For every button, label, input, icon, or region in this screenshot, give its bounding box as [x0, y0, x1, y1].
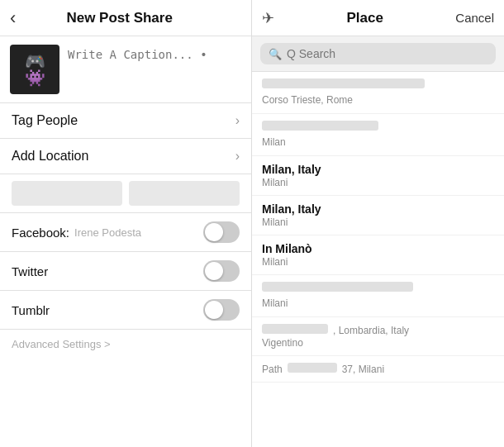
place-sub-text: Milani	[262, 297, 288, 309]
place-sub-text: Corso Trieste, Rome	[262, 94, 353, 106]
search-input[interactable]	[287, 47, 487, 60]
path-prefix: Path	[262, 364, 283, 375]
add-location-chevron: ›	[235, 149, 240, 164]
facebook-sublabel: Irene Podesta	[74, 226, 141, 239]
tumblr-label: Tumblr	[12, 303, 50, 317]
place-sub: Milani	[262, 216, 494, 228]
blur-line	[262, 324, 328, 334]
add-location-row[interactable]: Add Location ›	[0, 139, 251, 174]
search-bar: 🔍	[252, 36, 504, 72]
path-suffix: 37, Milani	[342, 364, 384, 375]
tag-people-chevron: ›	[235, 113, 240, 128]
post-compose-area: 🎮 👾	[0, 36, 251, 103]
tumblr-toggle-left: Tumblr	[12, 303, 50, 317]
blur-inputs-row	[0, 174, 251, 213]
place-name: In Milanò	[262, 242, 494, 255]
twitter-toggle[interactable]	[203, 260, 240, 282]
blur-input-2	[129, 181, 240, 206]
list-item[interactable]: Path 37, Milani	[252, 356, 504, 383]
facebook-toggle-left: Facebook: Irene Podesta	[12, 226, 141, 240]
list-item[interactable]: Milan, Italy Milani	[252, 196, 504, 235]
location-nav-icon: ✈	[262, 9, 274, 27]
place-suffix: , Lombardia, Italy	[333, 325, 409, 336]
tumblr-toggle[interactable]	[203, 299, 240, 321]
place-sub: Milani	[262, 256, 494, 268]
place-sub: Milani	[262, 177, 494, 188]
place-inline-row: , Lombardia, Italy	[262, 324, 494, 336]
blur-line	[288, 363, 337, 373]
list-item[interactable]: Milan, Italy Milani	[252, 156, 504, 196]
blur-line	[262, 282, 413, 292]
search-input-wrap: 🔍	[260, 43, 496, 64]
header: ‹ New Post Share	[0, 0, 251, 36]
place-sub-text: Milan	[262, 136, 286, 148]
right-panel: ✈ Place Cancel 🔍 Corso Trieste, Rome Mil…	[252, 0, 504, 447]
tag-people-label: Tag People	[12, 113, 78, 128]
advanced-settings-link[interactable]: Advanced Settings >	[0, 330, 251, 359]
list-item[interactable]: Milan	[252, 114, 504, 156]
facebook-toggle-row: Facebook: Irene Podesta	[0, 213, 251, 252]
tumblr-toggle-row: Tumblr	[0, 291, 251, 330]
caption-input[interactable]	[68, 45, 241, 88]
twitter-toggle-row: Twitter	[0, 252, 251, 291]
twitter-label: Twitter	[12, 264, 48, 278]
blur-input-1	[12, 181, 122, 206]
back-button[interactable]: ‹	[10, 7, 16, 29]
list-item[interactable]: In Milanò Milani	[252, 235, 504, 275]
place-name: Milan, Italy	[262, 163, 494, 176]
left-panel: ‹ New Post Share 🎮 👾 Tag People › Add Lo…	[0, 0, 252, 447]
list-item[interactable]: Corso Trieste, Rome	[252, 72, 504, 114]
blur-line	[262, 78, 425, 88]
page-title: New Post Share	[22, 10, 216, 26]
right-header: ✈ Place Cancel	[252, 0, 504, 36]
place-name: Milan, Italy	[262, 202, 494, 216]
places-list: Corso Trieste, Rome Milan Milan, Italy M…	[252, 72, 504, 447]
tag-people-row[interactable]: Tag People ›	[0, 103, 251, 139]
list-item[interactable]: Milani	[252, 275, 504, 317]
place-path-row: Path 37, Milani	[262, 363, 494, 375]
thumbnail-icon-2: 👾	[25, 69, 45, 86]
facebook-label: Facebook:	[12, 226, 69, 240]
place-sub: Vigentino	[262, 337, 494, 349]
blur-line	[262, 121, 378, 131]
add-location-label: Add Location	[12, 149, 88, 164]
facebook-toggle[interactable]	[203, 221, 240, 243]
twitter-toggle-left: Twitter	[12, 264, 48, 278]
post-thumbnail: 🎮 👾	[10, 45, 59, 94]
thumbnail-icon-1: 🎮	[25, 53, 45, 69]
cancel-button[interactable]: Cancel	[455, 11, 494, 25]
list-item[interactable]: , Lombardia, Italy Vigentino	[252, 317, 504, 356]
right-panel-title: Place	[281, 10, 449, 26]
search-icon: 🔍	[269, 48, 282, 60]
